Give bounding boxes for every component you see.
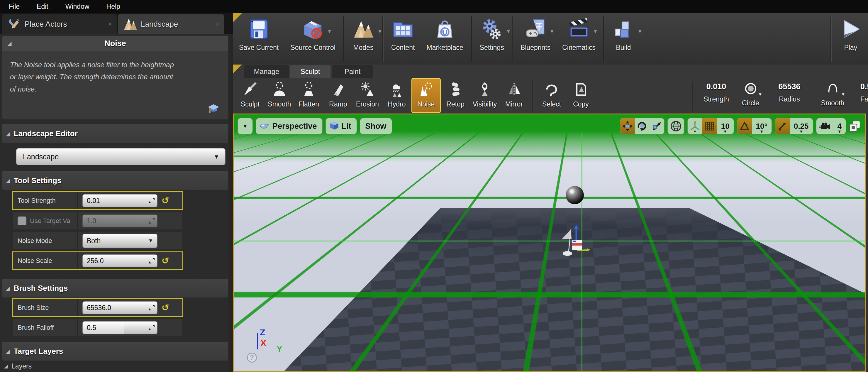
menu-window[interactable]: Window	[65, 3, 89, 10]
brush-falloff-shape-selector[interactable]: ▾ Smooth	[814, 78, 851, 113]
section-target-layers[interactable]: ◢ Target Layers	[2, 342, 228, 361]
chevron-down-icon[interactable]: ▾	[594, 28, 597, 35]
chevron-down-icon[interactable]: ▾	[639, 28, 641, 35]
tab-sculpt[interactable]: Sculpt	[290, 65, 331, 78]
noise-header[interactable]: ◢ Noise	[2, 36, 228, 51]
source-control-button[interactable]: ▾ Source Control	[285, 13, 341, 65]
tab-place-actors[interactable]: Place Actors ×	[2, 14, 117, 34]
settings-button[interactable]: ▾ Settings	[474, 13, 510, 65]
maximize-viewport-icon[interactable]	[848, 120, 861, 134]
chevron-down-icon[interactable]: ▾	[550, 28, 553, 35]
section-title: Tool Settings	[14, 176, 62, 185]
grid-snap-value[interactable]: 10 ▾	[717, 118, 734, 134]
chevron-down-icon[interactable]: ▾	[378, 28, 381, 35]
reset-to-default-icon[interactable]: ↺	[162, 303, 169, 312]
tool-visibility[interactable]: Visibility	[470, 78, 499, 113]
tab-landscape[interactable]: Landscape ×	[118, 14, 224, 34]
chevron-down-icon[interactable]: ▾	[328, 28, 331, 35]
tool-smooth[interactable]: Smooth	[265, 78, 294, 113]
modes-button[interactable]: ▾ Modes	[346, 13, 381, 65]
close-icon[interactable]: ×	[108, 20, 112, 28]
preview-sphere-actor[interactable]	[566, 186, 584, 204]
surface-snap-button[interactable]: ▾	[688, 118, 702, 134]
grid-snap-toggle[interactable]	[702, 118, 717, 134]
tool-copy[interactable]: Copy	[566, 78, 596, 113]
place-actors-tools-icon	[6, 17, 22, 32]
layers-subsection[interactable]: ◢ Layers	[4, 362, 32, 370]
brush-falloff-slider-input[interactable]: 0.5	[83, 321, 157, 334]
camera-perspective-menu[interactable]: Perspective	[256, 118, 322, 134]
collapse-arrow-icon: ◢	[6, 130, 10, 137]
camera-speed-value[interactable]: 4 ▾	[833, 118, 846, 134]
noise-scale-input[interactable]: 256.0	[83, 254, 157, 267]
camera-speed-icon[interactable]	[816, 118, 833, 134]
tool-select[interactable]: Select	[537, 78, 566, 113]
rotate-tool-button[interactable]	[635, 118, 650, 134]
drag-spinner-icon[interactable]	[149, 324, 155, 332]
chevron-down-icon[interactable]: ▾	[759, 91, 762, 97]
tool-sculpt[interactable]: Sculpt	[236, 78, 265, 113]
tab-manage[interactable]: Manage	[244, 65, 289, 78]
play-button[interactable]: Play	[833, 13, 868, 65]
reset-to-default-icon[interactable]: ↺	[162, 196, 169, 205]
dropdown-value: Both	[83, 237, 101, 245]
menu-file[interactable]: File	[9, 3, 20, 10]
section-brush-settings[interactable]: ◢ Brush Settings	[2, 279, 228, 298]
brush-size-input[interactable]: 65536.0	[83, 301, 157, 314]
tool-ramp[interactable]: Ramp	[323, 78, 353, 113]
view-mode-menu[interactable]: Lit	[326, 118, 357, 134]
landscape-mode-dropdown[interactable]: Landscape ▼	[16, 148, 225, 165]
drag-spinner-icon[interactable]	[149, 257, 155, 265]
drag-spinner-icon[interactable]	[149, 197, 155, 205]
build-blocks-icon	[612, 18, 635, 42]
tab-paint[interactable]: Paint	[332, 65, 373, 78]
menu-edit[interactable]: Edit	[37, 3, 49, 10]
brush-radius-display[interactable]: 65536 Radius	[767, 78, 811, 113]
help-icon[interactable]: ?	[247, 353, 257, 363]
viewport-options-dropdown[interactable]: ▼	[238, 118, 253, 134]
world-local-globe-button[interactable]	[668, 118, 684, 134]
close-icon[interactable]: ×	[216, 20, 220, 28]
rotation-snap-toggle[interactable]	[737, 118, 752, 134]
marketplace-button[interactable]: Marketplace	[421, 13, 469, 65]
chevron-down-icon[interactable]: ▾	[842, 91, 844, 97]
row-noise-scale: Noise Scale 256.0 ↺	[13, 252, 182, 269]
tool-mirror[interactable]: Mirror	[499, 78, 529, 113]
section-landscape-editor[interactable]: ◢ Landscape Editor	[2, 124, 228, 143]
scale-snap-toggle[interactable]	[775, 118, 790, 134]
content-browser-button[interactable]: Content	[385, 13, 421, 65]
player-start-gizmo[interactable]	[558, 223, 590, 260]
viewport-right-gutter	[866, 114, 868, 372]
section-tool-settings[interactable]: ◢ Tool Settings	[2, 171, 228, 190]
brush-shape-selector[interactable]: ▾ Circle	[735, 78, 766, 113]
scale-tool-button[interactable]	[650, 118, 664, 134]
cinematics-button[interactable]: ▾ Cinematics	[556, 13, 601, 65]
x-axis-label: X	[260, 338, 266, 348]
tool-erosion[interactable]: Erosion	[353, 78, 382, 113]
panel-scrollbar-gutter[interactable]	[229, 34, 233, 372]
use-target-checkbox[interactable]	[18, 217, 26, 225]
brush-falloff-display-clipped[interactable]: 0.5 Falloff	[859, 78, 868, 113]
tool-strength-input[interactable]: 0.01	[83, 194, 157, 207]
tool-noise-active[interactable]: Noise	[411, 78, 441, 113]
scale-snap-value[interactable]: 0.25 ▾	[790, 118, 813, 134]
tutorial-cap-icon[interactable]	[207, 102, 220, 116]
rotation-snap-value[interactable]: 10° ▾	[752, 118, 772, 134]
noise-mode-dropdown[interactable]: Both ▼	[83, 234, 157, 248]
coordinate-system-group	[668, 118, 684, 134]
build-button[interactable]: ▾ Build	[606, 13, 641, 65]
3d-viewport[interactable]: Z X Y ? ▼ Perspective Lit Show	[233, 114, 866, 372]
tool-hydro[interactable]: Hydro	[382, 78, 411, 113]
tab-label: Place Actors	[25, 20, 67, 29]
drag-spinner-icon[interactable]	[149, 305, 155, 312]
tool-flatten[interactable]: Flatten	[294, 78, 323, 113]
show-flags-menu[interactable]: Show	[360, 118, 392, 134]
input-value: 1.0	[83, 217, 96, 225]
reset-to-default-icon[interactable]: ↺	[162, 256, 169, 265]
chevron-down-icon[interactable]: ▾	[507, 28, 510, 35]
tool-retop[interactable]: Retop	[441, 78, 470, 113]
blueprints-button[interactable]: ▾ Blueprints	[515, 13, 556, 65]
move-tool-button[interactable]	[620, 118, 635, 134]
brush-strength-display[interactable]: 0.010 Strength	[698, 78, 735, 113]
menu-help[interactable]: Help	[106, 3, 120, 10]
